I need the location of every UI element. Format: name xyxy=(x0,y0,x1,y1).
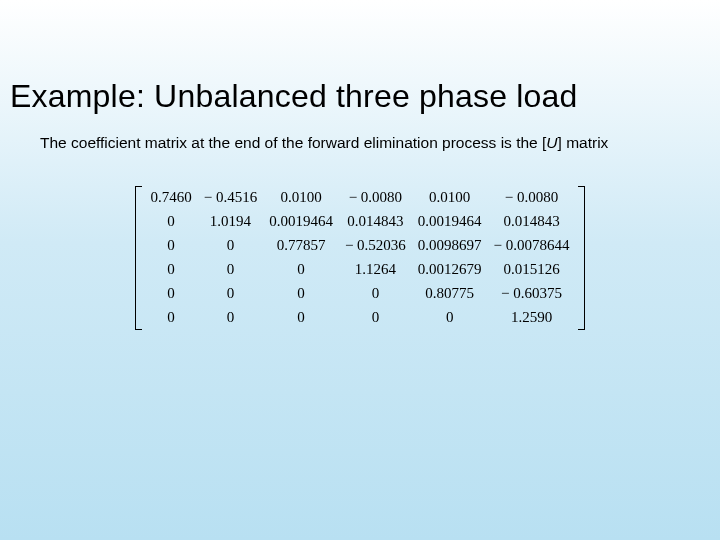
matrix-container: 0.7460 − 0.4516 0.0100 − 0.0080 0.0100 −… xyxy=(0,186,720,330)
matrix-cell: 0.7460 xyxy=(144,186,197,210)
matrix-cell: − 0.52036 xyxy=(339,234,412,258)
matrix-cell: − 0.60375 xyxy=(488,282,576,306)
matrix-cell: 0.014843 xyxy=(488,210,576,234)
matrix-cell: 0.0098697 xyxy=(412,234,488,258)
matrix-cell: 0 xyxy=(198,258,263,282)
matrix-cell: − 0.0080 xyxy=(339,186,412,210)
matrix-cell: 0.0100 xyxy=(263,186,339,210)
matrix-cell: 1.1264 xyxy=(339,258,412,282)
matrix-cell: − 0.0080 xyxy=(488,186,576,210)
matrix-cell: 0 xyxy=(144,258,197,282)
matrix-row: 0 0 0 0 0.80775 − 0.60375 xyxy=(144,282,575,306)
matrix-cell: 0 xyxy=(198,282,263,306)
matrix-cell: − 0.0078644 xyxy=(488,234,576,258)
matrix-row: 0.7460 − 0.4516 0.0100 − 0.0080 0.0100 −… xyxy=(144,186,575,210)
matrix-cell: 0.0100 xyxy=(412,186,488,210)
matrix-cell: 0 xyxy=(198,234,263,258)
matrix-cell: 0 xyxy=(263,258,339,282)
matrix-cell: 0 xyxy=(144,210,197,234)
matrix-cell: 0 xyxy=(412,306,488,330)
u-matrix: 0.7460 − 0.4516 0.0100 − 0.0080 0.0100 −… xyxy=(135,186,584,330)
u-matrix-symbol: U xyxy=(546,134,557,151)
matrix-cell: 0.0019464 xyxy=(263,210,339,234)
matrix-cell: 0 xyxy=(263,306,339,330)
matrix-cell: 1.2590 xyxy=(488,306,576,330)
matrix-cell: 0.015126 xyxy=(488,258,576,282)
matrix-cell: 0.77857 xyxy=(263,234,339,258)
matrix-cell: 0.0012679 xyxy=(412,258,488,282)
slide-body-text: The coefficient matrix at the end of the… xyxy=(0,115,720,154)
matrix-row: 0 0 0 1.1264 0.0012679 0.015126 xyxy=(144,258,575,282)
matrix-cell: 0.014843 xyxy=(339,210,412,234)
matrix-row: 0 1.0194 0.0019464 0.014843 0.0019464 0.… xyxy=(144,210,575,234)
matrix-table: 0.7460 − 0.4516 0.0100 − 0.0080 0.0100 −… xyxy=(144,186,575,330)
matrix-cell: 0.0019464 xyxy=(412,210,488,234)
matrix-row: 0 0 0.77857 − 0.52036 0.0098697 − 0.0078… xyxy=(144,234,575,258)
matrix-cell: 0.80775 xyxy=(412,282,488,306)
matrix-left-bracket xyxy=(135,186,144,330)
matrix-cell: 0 xyxy=(339,282,412,306)
body-text-post: ] matrix xyxy=(558,134,609,151)
body-text-pre: The coefficient matrix at the end of the… xyxy=(40,134,546,151)
matrix-row: 0 0 0 0 0 1.2590 xyxy=(144,306,575,330)
matrix-cell: 0 xyxy=(144,306,197,330)
matrix-cell: 0 xyxy=(144,282,197,306)
matrix-cell: 0 xyxy=(263,282,339,306)
slide: Example: Unbalanced three phase load The… xyxy=(0,0,720,540)
matrix-right-bracket xyxy=(576,186,585,330)
matrix-cell: 1.0194 xyxy=(198,210,263,234)
matrix-cell: − 0.4516 xyxy=(198,186,263,210)
matrix-cell: 0 xyxy=(339,306,412,330)
slide-title: Example: Unbalanced three phase load xyxy=(0,0,720,115)
matrix-cell: 0 xyxy=(144,234,197,258)
matrix-cell: 0 xyxy=(198,306,263,330)
